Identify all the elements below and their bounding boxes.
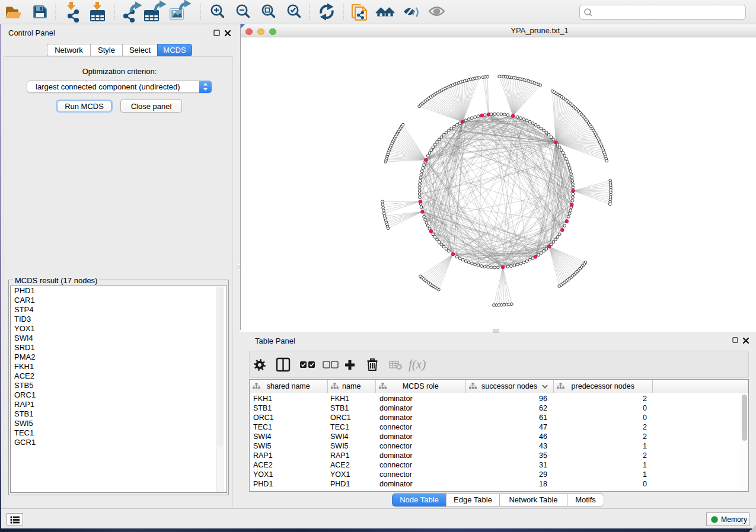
svg-text:Memory: Memory — [721, 515, 748, 524]
svg-text:f(x): f(x) — [409, 357, 426, 371]
